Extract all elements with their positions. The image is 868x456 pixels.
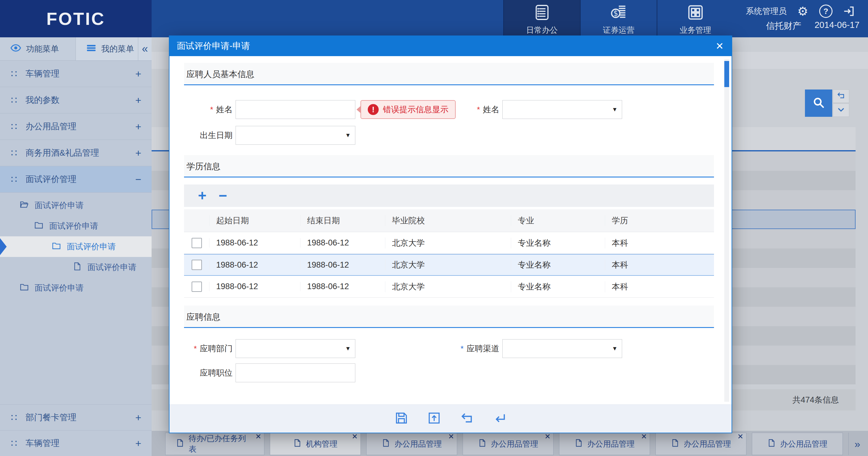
expand-search-button[interactable] [833, 104, 849, 117]
nav-daily-office[interactable]: 日常办公 [503, 0, 580, 37]
screen: 共474条信息 功能菜单 我的菜单 [0, 0, 868, 456]
expand-plus-icon[interactable]: + [135, 121, 141, 133]
education-grid-toolbar: + − [184, 184, 714, 207]
table-row[interactable]: 1988-06-12 1988-06-12 北京大学 专业名称 本科 [184, 232, 714, 254]
expand-plus-icon[interactable]: + [135, 94, 141, 106]
section-education-info: 学历信息 [184, 155, 714, 177]
nav-business-mgmt[interactable]: 业务管理 [657, 0, 734, 37]
modal-scrollbar[interactable] [724, 59, 729, 402]
expand-plus-icon[interactable]: + [135, 147, 141, 159]
sidebar-item-vehicle-mgmt[interactable]: ∷ 车辆管理 + [0, 61, 152, 87]
apply-channel-select[interactable]: ▼ [502, 339, 622, 358]
tree-item-interview-application[interactable]: 面试评价申请 [0, 257, 152, 278]
add-row-button[interactable]: + [198, 189, 207, 203]
apply-dept-select[interactable]: ▼ [236, 339, 355, 358]
expand-plus-icon[interactable]: + [135, 412, 141, 424]
nav-securities-ops[interactable]: $ 证券运营 [580, 0, 657, 37]
error-text: 错误提示信息显示 [383, 104, 448, 115]
sidebar-tab-function-menu[interactable]: 功能菜单 [0, 37, 76, 60]
sidebar-item-label: 面试评价管理 [26, 174, 76, 185]
chevron-down-icon [836, 105, 845, 115]
sidebar-item-vehicle-mgmt-2[interactable]: ∷ 车辆管理 + [0, 430, 152, 456]
table-row-selected[interactable]: 1988-06-12 1988-06-12 北京大学 专业名称 本科 [184, 254, 714, 276]
name-input[interactable] [236, 100, 355, 119]
tab-org-mgmt[interactable]: 机构管理 ✕ [270, 433, 361, 455]
dropdown-arrow-icon: ▼ [612, 345, 618, 352]
tree-item-interview-application-selected[interactable]: 面试评价申请 [0, 236, 152, 257]
save-button[interactable] [394, 411, 409, 426]
sidebar-item-label: 车辆管理 [26, 437, 59, 449]
tab-office-supplies[interactable]: 办公用品管理 ✕ [559, 433, 650, 455]
tree-item-interview-application[interactable]: 面试评价申请 [0, 216, 152, 236]
reset-button[interactable] [833, 89, 849, 103]
search-button[interactable] [805, 89, 832, 117]
close-icon[interactable]: ✕ [352, 432, 358, 441]
close-icon[interactable]: ✕ [641, 432, 647, 441]
close-icon[interactable]: ✕ [255, 432, 261, 441]
sidebar-tab-my-menu[interactable]: 我的菜单 [76, 37, 138, 60]
upload-icon [427, 411, 441, 426]
cell-start-date: 1988-06-12 [209, 238, 300, 248]
sidebar-collapse-button[interactable]: « [138, 37, 152, 60]
grip-icon: ∷ [11, 147, 17, 159]
close-icon[interactable]: ✕ [545, 432, 551, 441]
row-checkbox[interactable] [192, 282, 202, 292]
birth-date-select[interactable]: ▼ [236, 126, 355, 145]
row-checkbox[interactable] [192, 260, 202, 270]
sidebar-tree: 面试评价申请 面试评价申请 面试评价申请 [0, 193, 152, 298]
tab-overflow-button[interactable]: » [848, 433, 866, 455]
name2-select[interactable]: ▼ [502, 100, 622, 119]
collapse-minus-icon[interactable]: − [135, 174, 141, 186]
table-header-row: 起始日期 结束日期 毕业院校 专业 学历 [184, 209, 714, 232]
tab-label: 办公用品管理 [780, 439, 827, 449]
tab-office-supplies[interactable]: 办公用品管理 ✕ [366, 433, 457, 455]
sidebar-item-office-supplies[interactable]: ∷ 办公用品管理 + [0, 113, 152, 140]
sidebar-item-my-params[interactable]: ∷ 我的参数 + [0, 87, 152, 113]
document-icon [478, 439, 487, 449]
apply-position-input[interactable] [236, 364, 355, 382]
tree-item-interview-application[interactable]: 面试评价申请 [0, 195, 152, 216]
topbar: FOTIC 日常办公 [0, 0, 868, 37]
close-icon[interactable]: ✕ [715, 40, 732, 52]
cell-degree: 本科 [605, 259, 714, 270]
remove-row-button[interactable]: − [219, 189, 227, 203]
gear-icon[interactable]: ⚙ [796, 4, 810, 18]
nav-label: 业务管理 [680, 25, 711, 35]
reset-button[interactable] [460, 411, 474, 426]
expand-plus-icon[interactable]: + [135, 437, 141, 449]
grip-icon: ∷ [11, 94, 17, 106]
dropdown-arrow-icon: ▼ [345, 132, 351, 139]
logout-icon[interactable] [842, 4, 856, 18]
row-checkbox[interactable] [192, 238, 202, 248]
tree-item-interview-application[interactable]: 面试评价申请 [0, 278, 152, 298]
tab-office-supplies[interactable]: 办公用品管理 ✕ [463, 433, 554, 455]
expand-plus-icon[interactable]: + [135, 68, 141, 80]
tab-office-supplies[interactable]: 办公用品管理 ✕ [655, 433, 746, 455]
document-icon [575, 439, 583, 449]
sidebar-item-dept-meal-card[interactable]: ∷ 部门餐卡管理 + [0, 404, 152, 430]
tab-task-list[interactable]: 待办/已办任务列表 ✕ [165, 433, 265, 455]
sidebar-item-interview-eval-mgmt[interactable]: ∷ 面试评价管理 − [0, 166, 152, 193]
grid-icon [687, 4, 704, 23]
tab-label: 办公用品管理 [491, 439, 538, 449]
tab-office-supplies[interactable]: 办公用品管理 [752, 433, 843, 455]
help-icon[interactable]: ? [819, 4, 833, 18]
cell-degree: 本科 [605, 237, 714, 249]
grip-icon: ∷ [11, 437, 17, 449]
education-table: 起始日期 结束日期 毕业院校 专业 学历 1988-06-12 1988-06-… [184, 209, 714, 297]
scrollbar-thumb[interactable] [724, 61, 729, 87]
apply-dept-label: * 应聘部门 [176, 339, 232, 358]
close-icon[interactable]: ✕ [448, 432, 454, 441]
tree-item-label: 面试评价申请 [35, 200, 84, 211]
search-icon [812, 95, 826, 111]
tab-label: 机构管理 [306, 439, 337, 449]
modal-footer [169, 404, 732, 433]
cell-end-date: 1988-06-12 [300, 238, 385, 248]
folder-open-icon [20, 200, 29, 211]
close-icon[interactable]: ✕ [737, 432, 743, 441]
modal-header[interactable]: 面试评价申请-申请 ✕ [169, 36, 732, 56]
return-button[interactable] [492, 411, 507, 426]
sidebar-item-business-gifts[interactable]: ∷ 商务用酒&礼品管理 + [0, 140, 152, 166]
table-row[interactable]: 1988-06-12 1988-06-12 北京大学 专业名称 本科 [184, 276, 714, 297]
submit-button[interactable] [427, 411, 441, 426]
